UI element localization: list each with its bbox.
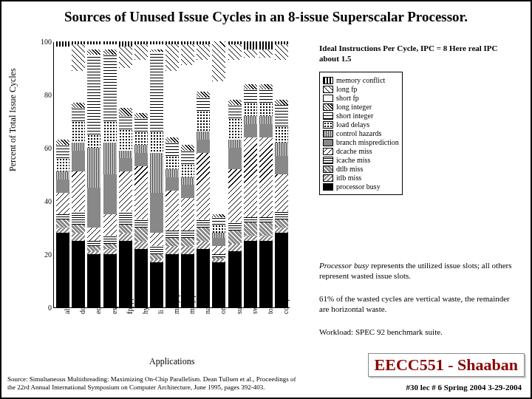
bar-segment: [166, 231, 179, 239]
legend-item: memory conflict: [323, 76, 399, 84]
bar-segment: [72, 225, 85, 233]
bar-segment: [259, 137, 273, 217]
x-tick: ora: [219, 304, 227, 314]
legend-label: long fp: [336, 85, 358, 93]
bar-segment: [197, 241, 210, 249]
bar-segment: [56, 171, 69, 180]
bar-segment: [119, 158, 132, 171]
bar: [197, 41, 210, 307]
bar-segment: [275, 105, 288, 126]
bar-segment: [150, 259, 163, 262]
bar-segment: [181, 41, 194, 44]
legend-item: branch misprediction: [323, 138, 399, 146]
bar-segment: [228, 60, 242, 100]
bar-segment: [134, 60, 148, 113]
bar: [87, 41, 100, 307]
x-tick: nasa7: [203, 297, 211, 314]
bar-segment: [56, 228, 69, 233]
legend-item: itlb miss: [323, 174, 399, 182]
bar-segment: [212, 257, 225, 260]
bar-segment: [150, 262, 163, 307]
bar-segment: [275, 156, 288, 174]
bar: [72, 41, 85, 307]
course-badge: EECC551 - Shaaban: [368, 353, 525, 377]
y-tick: 20: [38, 250, 52, 259]
bar-segment: [212, 238, 225, 246]
bar-segment: [181, 151, 194, 164]
x-tick: espresso: [110, 289, 118, 314]
bar-segment: [166, 44, 179, 71]
bar-segment: [275, 174, 288, 211]
bar-segment: [212, 254, 225, 257]
bar-segment: [212, 214, 225, 217]
bar-segment: [259, 124, 273, 137]
x-axis-label: Applications: [149, 356, 194, 367]
bar-segment: [72, 151, 85, 172]
bar-segment: [119, 171, 132, 211]
bar-segment: [150, 246, 163, 254]
bar-segment: [259, 116, 273, 124]
bar-segment: [197, 111, 210, 132]
y-tick: 80: [38, 91, 52, 99]
bar-segment: [228, 231, 242, 244]
bar-segment: [56, 41, 69, 47]
bar-segment: [197, 219, 210, 228]
legend-item: dtlb miss: [323, 165, 399, 173]
bar-segment: [275, 143, 288, 156]
bar-segment: [134, 228, 148, 241]
bar-segment: [103, 214, 117, 236]
bar: [56, 41, 69, 307]
ideal-note: Ideal Instructions Per Cycle, IPC = 8 He…: [319, 43, 515, 64]
legend-swatch: [323, 139, 333, 146]
bar-segment: [150, 41, 163, 44]
x-tick: li: [157, 310, 165, 314]
bar-segment: [134, 241, 148, 249]
bar-segment: [244, 84, 257, 89]
bar-segment: [119, 225, 132, 233]
bar-segment: [228, 140, 242, 148]
x-tick: eqntott: [94, 293, 102, 314]
y-tick: 100: [38, 38, 52, 46]
bar-segment: [275, 228, 288, 233]
bar: [228, 41, 242, 307]
bar-segment: [197, 228, 210, 241]
bar-segment: [150, 44, 163, 50]
bar-segment: [181, 44, 194, 66]
bar-segment: [181, 246, 194, 254]
bar-segment: [259, 103, 273, 116]
y-tick: 0: [38, 304, 52, 312]
bar-segment: [228, 44, 242, 61]
bar-segment: [275, 41, 288, 44]
bar-segment: [103, 121, 117, 143]
bar-segment: [275, 126, 288, 143]
bar-segment: [56, 145, 69, 158]
bar: [244, 41, 257, 307]
bar-segment: [150, 193, 163, 233]
bar-segment: [103, 236, 117, 244]
x-tick: hydro2d: [141, 290, 149, 314]
x-tick: alvinn: [63, 296, 71, 314]
bar-segment: [181, 185, 194, 198]
bar-segment: [134, 113, 148, 118]
bar-segment: [212, 259, 225, 262]
bar-segment: [87, 251, 100, 254]
bar-segment: [72, 211, 85, 225]
legend-swatch: [323, 112, 333, 120]
bar-segment: [259, 84, 273, 89]
x-tick: tomcatv: [266, 290, 274, 314]
bar-segment: [134, 145, 148, 153]
bar-segment: [181, 238, 194, 246]
legend-label: control hazards: [336, 129, 381, 137]
bar: [119, 41, 132, 307]
bar: [259, 41, 273, 307]
x-tick: mdljsp2: [188, 290, 196, 314]
bar-segment: [181, 231, 194, 239]
bar-segment: [134, 41, 148, 44]
bar-segment: [150, 153, 163, 193]
legend-swatch: [323, 183, 333, 191]
bar-segment: [275, 44, 288, 61]
bar-segment: [244, 41, 257, 50]
bar-segment: [197, 92, 210, 97]
bar-segment: [197, 60, 210, 92]
legend-item: long integer: [323, 103, 399, 111]
